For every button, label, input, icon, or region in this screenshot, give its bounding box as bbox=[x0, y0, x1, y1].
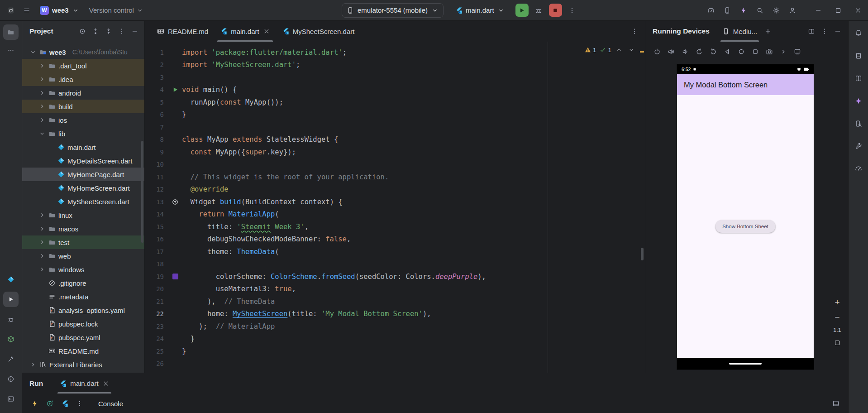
tree-item-pubspec-lock[interactable]: pubspec.lock bbox=[22, 317, 144, 331]
profiler-button[interactable] bbox=[704, 4, 718, 17]
code-line-25[interactable]: 25} bbox=[145, 345, 645, 358]
project-button[interactable] bbox=[3, 24, 19, 40]
tree-item-windows[interactable]: windows bbox=[22, 263, 144, 276]
emulator-screen[interactable]: 6:52 My Modal Bottom Screen bbox=[677, 64, 814, 370]
flutter-attach-button[interactable] bbox=[58, 398, 71, 410]
code-line-6[interactable]: 6} bbox=[145, 109, 645, 121]
code-line-18[interactable]: 18 bbox=[145, 258, 645, 271]
more-options-button[interactable] bbox=[818, 25, 830, 38]
chevron-right-icon[interactable] bbox=[38, 266, 46, 273]
settings-button[interactable] bbox=[769, 4, 783, 17]
chevron-right-icon[interactable] bbox=[38, 225, 46, 232]
override-gutter-icon[interactable] bbox=[168, 198, 182, 206]
ai-assistant-button[interactable] bbox=[737, 4, 750, 17]
tree-item-analysis-options-yaml[interactable]: analysis_options.yaml bbox=[22, 303, 144, 317]
zoom-in-button[interactable]: + bbox=[832, 297, 843, 308]
hot-reload-button[interactable] bbox=[29, 398, 41, 410]
volume-up-button[interactable] bbox=[665, 46, 677, 58]
problems-button[interactable] bbox=[3, 371, 19, 387]
zoom-reset-button[interactable]: 1:1 bbox=[833, 327, 841, 333]
chevron-right-icon[interactable] bbox=[38, 211, 46, 219]
run-tab-main-dart[interactable]: main.dart bbox=[55, 373, 114, 394]
chevron-down-icon[interactable] bbox=[38, 130, 46, 137]
code-line-5[interactable]: 5 runApp(const MyApp()); bbox=[145, 96, 645, 109]
tree-item-build[interactable]: build bbox=[22, 100, 144, 113]
more-run-options-button[interactable] bbox=[566, 4, 579, 17]
tree-item-linux[interactable]: linux bbox=[22, 208, 144, 222]
code-line-23[interactable]: 23 ); // MaterialApp bbox=[145, 320, 645, 333]
chevron-right-icon[interactable] bbox=[38, 252, 46, 259]
code-line-26[interactable]: 26 bbox=[145, 358, 645, 370]
chevron-right-icon[interactable] bbox=[38, 89, 46, 96]
close-tab-icon[interactable] bbox=[263, 28, 270, 35]
chevron-right-icon[interactable] bbox=[38, 62, 46, 69]
main-menu-button[interactable] bbox=[20, 4, 33, 17]
close-button[interactable] bbox=[848, 0, 868, 21]
code-line-3[interactable]: 3 bbox=[145, 71, 645, 84]
tree-item--metadata[interactable]: .metadata bbox=[22, 290, 144, 303]
gemini-button[interactable] bbox=[851, 93, 866, 109]
run-button[interactable] bbox=[515, 4, 529, 17]
editor-tab-main-dart[interactable]: main.dart bbox=[214, 21, 276, 42]
flutter-performance-button[interactable] bbox=[851, 161, 866, 177]
more-options-button[interactable] bbox=[115, 25, 128, 38]
dart-analysis-button[interactable] bbox=[3, 272, 19, 287]
tree-item-main-dart[interactable]: main.dart bbox=[22, 140, 144, 154]
terminal-button[interactable] bbox=[3, 391, 19, 407]
chevron-right-icon[interactable] bbox=[38, 76, 46, 83]
minimize-button[interactable] bbox=[808, 0, 828, 21]
code-line-13[interactable]: 13 Widget build(BuildContext context) { bbox=[145, 196, 645, 208]
build-tool-button[interactable] bbox=[3, 351, 19, 367]
editor-tab-mysheetscreen-dart[interactable]: MySheetScreen.dart bbox=[276, 21, 361, 42]
tree-item-external-libraries[interactable]: External Libraries bbox=[22, 358, 144, 371]
code-line-4[interactable]: 4void main() { bbox=[145, 84, 645, 96]
code-line-20[interactable]: 20 useMaterial3: true, bbox=[145, 283, 645, 296]
select-opened-file-button[interactable] bbox=[76, 25, 88, 38]
search-everywhere-button[interactable] bbox=[753, 4, 767, 17]
power-button[interactable] bbox=[651, 46, 663, 58]
chevron-right-icon[interactable] bbox=[38, 103, 46, 110]
tree-item--gitignore[interactable]: .gitignore bbox=[22, 276, 144, 290]
tree-item-wee3[interactable]: wee3C:\Users\fomba\Stu bbox=[22, 45, 144, 59]
code-line-8[interactable]: 8class MyApp extends StatelessWidget { bbox=[145, 134, 645, 146]
run-configuration-selector[interactable]: main.dart bbox=[452, 5, 508, 16]
tree-item-myhomescreen-dart[interactable]: MyHomeScreen.dart bbox=[22, 181, 144, 195]
code-line-11[interactable]: 11 // This widget is the root of your ap… bbox=[145, 171, 645, 183]
chevron-down-icon[interactable] bbox=[29, 48, 37, 56]
collapse-all-button[interactable] bbox=[102, 25, 114, 38]
editor-tabs-more-button[interactable] bbox=[628, 25, 640, 38]
tree-item-readme-md[interactable]: README.md bbox=[22, 344, 144, 358]
zoom-fit-button[interactable] bbox=[832, 337, 843, 348]
hide-panel-button[interactable] bbox=[831, 25, 844, 38]
expand-all-button[interactable] bbox=[89, 25, 101, 38]
volume-down-button[interactable] bbox=[679, 46, 691, 58]
more-tool-windows-button[interactable] bbox=[3, 43, 19, 58]
run-main-gutter-icon[interactable] bbox=[168, 86, 182, 93]
rotate-left-button[interactable] bbox=[693, 46, 705, 58]
previous-problem-button[interactable] bbox=[615, 45, 624, 54]
gesture-pill[interactable] bbox=[729, 363, 762, 365]
tree-item-myhomepage-dart[interactable]: MyHomePage.dart bbox=[22, 168, 144, 181]
code-line-1[interactable]: 1import 'package:flutter/material.dart'; bbox=[145, 46, 645, 59]
warning-stripe-mark[interactable] bbox=[640, 51, 644, 53]
run-tool-button[interactable] bbox=[3, 292, 19, 307]
notifications-button[interactable] bbox=[851, 25, 866, 41]
tree-item--dart-tool[interactable]: .dart_tool bbox=[22, 59, 144, 72]
device-selector[interactable]: emulator-5554 (mobile) bbox=[342, 3, 444, 18]
stop-button[interactable] bbox=[549, 4, 562, 17]
device-explorer-button[interactable] bbox=[851, 116, 866, 131]
tree-item-lib[interactable]: lib bbox=[22, 127, 144, 140]
close-run-tab-icon[interactable] bbox=[102, 380, 110, 387]
chevron-right-icon[interactable] bbox=[29, 361, 37, 368]
tree-item--idea[interactable]: .idea bbox=[22, 72, 144, 86]
code-line-9[interactable]: 9 const MyApp({super.key}); bbox=[145, 146, 645, 158]
tree-item-macos[interactable]: macos bbox=[22, 222, 144, 235]
tree-item-mydetailsscreen-dart[interactable]: MyDetailsScreen.dart bbox=[22, 154, 144, 168]
hide-panel-button[interactable] bbox=[129, 25, 141, 38]
code-line-19[interactable]: 19 colorScheme: ColorScheme.fromSeed(see… bbox=[145, 270, 645, 283]
home-button[interactable] bbox=[735, 46, 747, 58]
editor-body[interactable]: 1import 'package:flutter/material.dart';… bbox=[145, 42, 645, 373]
maximize-button[interactable] bbox=[828, 0, 848, 21]
debug-tool-button[interactable] bbox=[3, 312, 19, 327]
chevron-right-icon[interactable] bbox=[38, 116, 46, 124]
